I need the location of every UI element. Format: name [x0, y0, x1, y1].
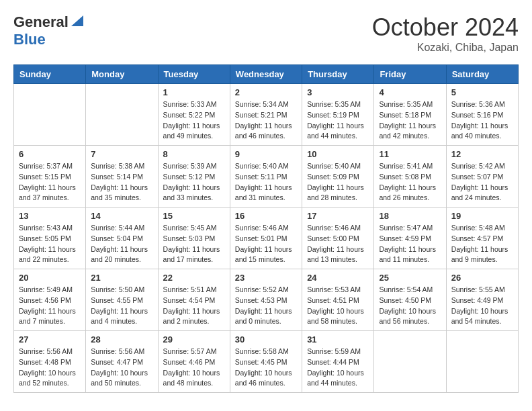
day-info: Sunrise: 5:43 AMSunset: 5:05 PMDaylight:…: [19, 223, 81, 265]
column-header-sunday: Sunday: [14, 65, 86, 84]
day-number: 18: [379, 211, 441, 221]
day-info: Sunrise: 5:53 AMSunset: 4:51 PMDaylight:…: [307, 285, 369, 327]
day-number: 22: [163, 273, 225, 283]
calendar-table: SundayMondayTuesdayWednesdayThursdayFrid…: [13, 64, 519, 393]
day-number: 24: [307, 273, 369, 283]
logo-blue-text: Blue: [13, 31, 46, 48]
day-cell-17: 17Sunrise: 5:46 AMSunset: 5:00 PMDayligh…: [302, 208, 374, 269]
day-number: 25: [379, 273, 441, 283]
day-info: Sunrise: 5:40 AMSunset: 5:11 PMDaylight:…: [235, 161, 297, 203]
day-info: Sunrise: 5:56 AMSunset: 4:48 PMDaylight:…: [19, 347, 81, 389]
day-info: Sunrise: 5:58 AMSunset: 4:45 PMDaylight:…: [235, 347, 297, 389]
day-number: 27: [19, 334, 81, 345]
day-cell-15: 15Sunrise: 5:45 AMSunset: 5:03 PMDayligh…: [158, 208, 230, 269]
week-row-3: 13Sunrise: 5:43 AMSunset: 5:05 PMDayligh…: [14, 208, 519, 269]
empty-cell: [14, 84, 86, 146]
day-info: Sunrise: 5:57 AMSunset: 4:46 PMDaylight:…: [163, 347, 225, 389]
day-cell-30: 30Sunrise: 5:58 AMSunset: 4:45 PMDayligh…: [230, 331, 302, 393]
day-number: 3: [307, 87, 369, 97]
day-number: 14: [91, 211, 152, 221]
day-cell-20: 20Sunrise: 5:49 AMSunset: 4:56 PMDayligh…: [14, 269, 86, 331]
day-number: 30: [235, 334, 297, 345]
day-number: 26: [451, 273, 513, 283]
day-info: Sunrise: 5:35 AMSunset: 5:18 PMDaylight:…: [379, 99, 441, 142]
day-info: Sunrise: 5:40 AMSunset: 5:09 PMDaylight:…: [307, 161, 369, 203]
day-number: 10: [307, 149, 369, 159]
day-cell-27: 27Sunrise: 5:56 AMSunset: 4:48 PMDayligh…: [14, 331, 86, 393]
column-header-saturday: Saturday: [446, 65, 518, 84]
day-cell-18: 18Sunrise: 5:47 AMSunset: 4:59 PMDayligh…: [374, 208, 446, 269]
logo-arrow-icon: [71, 15, 83, 29]
day-info: Sunrise: 5:35 AMSunset: 5:19 PMDaylight:…: [307, 99, 369, 142]
day-info: Sunrise: 5:46 AMSunset: 5:01 PMDaylight:…: [235, 223, 297, 265]
day-info: Sunrise: 5:54 AMSunset: 4:50 PMDaylight:…: [379, 285, 441, 327]
page-header: General Blue October 2024 Kozaki, Chiba,…: [13, 13, 519, 54]
day-info: Sunrise: 5:50 AMSunset: 4:55 PMDaylight:…: [91, 285, 152, 327]
day-cell-21: 21Sunrise: 5:50 AMSunset: 4:55 PMDayligh…: [86, 269, 158, 331]
day-info: Sunrise: 5:55 AMSunset: 4:49 PMDaylight:…: [451, 285, 513, 327]
day-cell-9: 9Sunrise: 5:40 AMSunset: 5:11 PMDaylight…: [230, 146, 302, 208]
day-number: 21: [91, 273, 152, 283]
day-cell-14: 14Sunrise: 5:44 AMSunset: 5:04 PMDayligh…: [86, 208, 158, 269]
day-number: 12: [451, 149, 513, 159]
day-cell-22: 22Sunrise: 5:51 AMSunset: 4:54 PMDayligh…: [158, 269, 230, 331]
day-number: 15: [163, 211, 225, 221]
day-cell-12: 12Sunrise: 5:42 AMSunset: 5:07 PMDayligh…: [446, 146, 518, 208]
day-info: Sunrise: 5:34 AMSunset: 5:21 PMDaylight:…: [235, 99, 297, 142]
day-number: 16: [235, 211, 297, 221]
title-section: October 2024 Kozaki, Chiba, Japan: [372, 13, 519, 54]
day-cell-25: 25Sunrise: 5:54 AMSunset: 4:50 PMDayligh…: [374, 269, 446, 331]
column-header-monday: Monday: [86, 65, 158, 84]
day-cell-16: 16Sunrise: 5:46 AMSunset: 5:01 PMDayligh…: [230, 208, 302, 269]
day-info: Sunrise: 5:42 AMSunset: 5:07 PMDaylight:…: [451, 161, 513, 203]
day-cell-31: 31Sunrise: 5:59 AMSunset: 4:44 PMDayligh…: [302, 331, 374, 393]
location-text: Kozaki, Chiba, Japan: [372, 42, 519, 54]
day-number: 7: [91, 149, 152, 159]
day-info: Sunrise: 5:45 AMSunset: 5:03 PMDaylight:…: [163, 223, 225, 265]
week-row-4: 20Sunrise: 5:49 AMSunset: 4:56 PMDayligh…: [14, 269, 519, 331]
day-number: 9: [235, 149, 297, 159]
day-cell-5: 5Sunrise: 5:36 AMSunset: 5:16 PMDaylight…: [446, 84, 518, 146]
day-info: Sunrise: 5:38 AMSunset: 5:14 PMDaylight:…: [91, 161, 152, 203]
day-cell-29: 29Sunrise: 5:57 AMSunset: 4:46 PMDayligh…: [158, 331, 230, 393]
day-cell-10: 10Sunrise: 5:40 AMSunset: 5:09 PMDayligh…: [302, 146, 374, 208]
day-info: Sunrise: 5:49 AMSunset: 4:56 PMDaylight:…: [19, 285, 81, 327]
day-info: Sunrise: 5:41 AMSunset: 5:08 PMDaylight:…: [379, 161, 441, 203]
week-row-5: 27Sunrise: 5:56 AMSunset: 4:48 PMDayligh…: [14, 331, 519, 393]
day-number: 13: [19, 211, 81, 221]
logo-general-text: General: [13, 13, 69, 31]
day-info: Sunrise: 5:51 AMSunset: 4:54 PMDaylight:…: [163, 285, 225, 327]
day-number: 19: [451, 211, 513, 221]
day-cell-6: 6Sunrise: 5:37 AMSunset: 5:15 PMDaylight…: [14, 146, 86, 208]
column-header-thursday: Thursday: [302, 65, 374, 84]
day-cell-28: 28Sunrise: 5:56 AMSunset: 4:47 PMDayligh…: [86, 331, 158, 393]
day-cell-13: 13Sunrise: 5:43 AMSunset: 5:05 PMDayligh…: [14, 208, 86, 269]
day-number: 17: [307, 211, 369, 221]
day-number: 1: [163, 87, 225, 97]
empty-cell: [446, 331, 518, 393]
week-row-2: 6Sunrise: 5:37 AMSunset: 5:15 PMDaylight…: [14, 146, 519, 208]
day-cell-4: 4Sunrise: 5:35 AMSunset: 5:18 PMDaylight…: [374, 84, 446, 146]
day-cell-23: 23Sunrise: 5:52 AMSunset: 4:53 PMDayligh…: [230, 269, 302, 331]
day-cell-7: 7Sunrise: 5:38 AMSunset: 5:14 PMDaylight…: [86, 146, 158, 208]
day-info: Sunrise: 5:56 AMSunset: 4:47 PMDaylight:…: [91, 347, 152, 389]
day-info: Sunrise: 5:52 AMSunset: 4:53 PMDaylight:…: [235, 285, 297, 327]
month-title: October 2024: [372, 13, 519, 42]
week-row-1: 1Sunrise: 5:33 AMSunset: 5:22 PMDaylight…: [14, 84, 519, 146]
day-number: 29: [163, 334, 225, 345]
day-info: Sunrise: 5:46 AMSunset: 5:00 PMDaylight:…: [307, 223, 369, 265]
company-logo: General Blue: [13, 13, 83, 48]
day-info: Sunrise: 5:33 AMSunset: 5:22 PMDaylight:…: [163, 99, 225, 142]
day-info: Sunrise: 5:44 AMSunset: 5:04 PMDaylight:…: [91, 223, 152, 265]
day-info: Sunrise: 5:36 AMSunset: 5:16 PMDaylight:…: [451, 99, 513, 142]
day-number: 20: [19, 273, 81, 283]
day-info: Sunrise: 5:48 AMSunset: 4:57 PMDaylight:…: [451, 223, 513, 265]
day-cell-2: 2Sunrise: 5:34 AMSunset: 5:21 PMDaylight…: [230, 84, 302, 146]
day-info: Sunrise: 5:59 AMSunset: 4:44 PMDaylight:…: [307, 347, 369, 389]
column-header-tuesday: Tuesday: [158, 65, 230, 84]
day-info: Sunrise: 5:37 AMSunset: 5:15 PMDaylight:…: [19, 161, 81, 203]
day-cell-3: 3Sunrise: 5:35 AMSunset: 5:19 PMDaylight…: [302, 84, 374, 146]
day-number: 6: [19, 149, 81, 159]
day-number: 28: [91, 334, 152, 345]
day-number: 4: [379, 87, 441, 97]
